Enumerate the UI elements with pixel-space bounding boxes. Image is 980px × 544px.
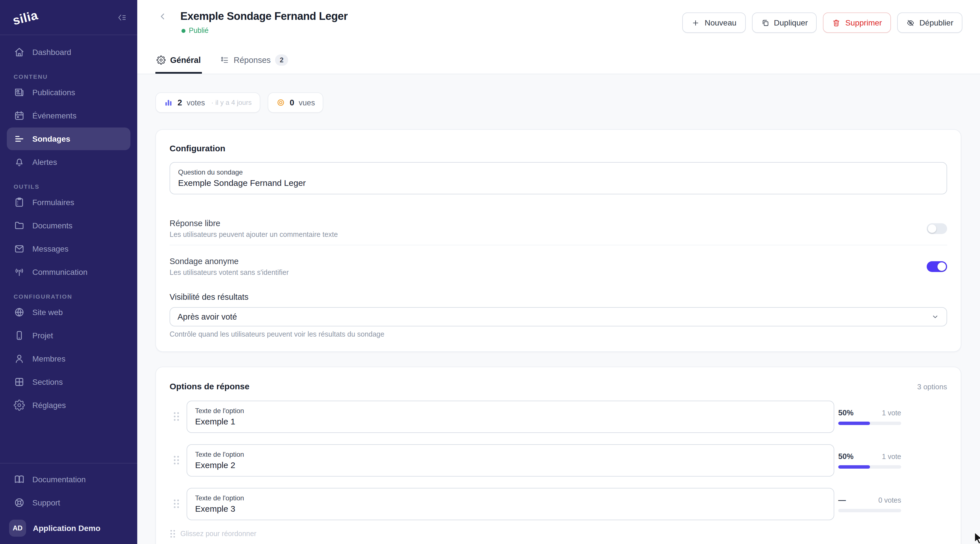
sidebar: silia Dashboard CONTENU Publications Évé…	[0, 0, 137, 544]
sidebar-item-dashboard[interactable]: Dashboard	[7, 41, 130, 63]
calendar-icon	[14, 110, 25, 121]
sidebar-item-label: Sections	[32, 377, 63, 387]
sidebar-item-label: Réglages	[32, 401, 66, 410]
book-open-icon	[14, 474, 25, 485]
question-input[interactable]: Question du sondage Exemple Sondage Fern…	[170, 162, 947, 194]
options-header: Options de réponse 3 options	[170, 382, 947, 391]
copy-icon	[761, 18, 769, 27]
sidebar-item-publications[interactable]: Publications	[7, 81, 130, 104]
option-row: Texte de l'option Exemple 3 — 0 votes	[170, 488, 947, 520]
sidebar-item-site-web[interactable]: Site web	[7, 301, 130, 324]
option-row: Texte de l'option Exemple 2 50% 1 vote	[170, 444, 947, 477]
sidebar-item-communication[interactable]: Communication	[7, 261, 130, 283]
unpublish-button[interactable]: Dépublier	[897, 13, 963, 33]
visibility-label: Visibilité des résultats	[170, 292, 947, 302]
sidebar-item-label: Messages	[32, 244, 68, 253]
main-content: 2 votes · il y a 4 jours 0 vues Configur…	[137, 74, 980, 544]
globe-icon	[14, 306, 25, 318]
sidebar-item-label: Membres	[32, 354, 65, 363]
sidebar-item-sondages[interactable]: Sondages	[7, 127, 130, 150]
sidebar-item-formulaires[interactable]: Formulaires	[7, 191, 130, 214]
votes-label: votes	[186, 98, 205, 107]
drag-handle-icon[interactable]	[170, 412, 183, 422]
option-input[interactable]: Texte de l'option Exemple 2	[186, 444, 834, 477]
visibility-helper: Contrôle quand les utilisateurs peuvent …	[170, 330, 947, 339]
sidebar-item-label: Site web	[32, 308, 63, 317]
options-title: Options de réponse	[170, 382, 250, 391]
mail-icon	[14, 243, 25, 254]
sidebar-item-support[interactable]: Support	[7, 491, 130, 514]
eye-off-icon	[906, 18, 915, 27]
sidebar-item-label: Communication	[32, 268, 88, 276]
sidebar-item-label: Support	[32, 498, 60, 507]
option-input[interactable]: Texte de l'option Exemple 3	[186, 488, 834, 520]
status-badge: Publié	[181, 27, 209, 35]
views-count: 0	[290, 98, 294, 107]
sidebar-collapse-icon[interactable]	[117, 12, 127, 22]
back-button[interactable]	[158, 12, 167, 21]
sidebar-section-contenu: CONTENU	[7, 68, 130, 81]
sidebar-item-label: Événements	[32, 111, 76, 120]
sidebar-item-documents[interactable]: Documents	[7, 214, 130, 237]
anonymous-poll-toggle[interactable]	[927, 261, 947, 272]
page-header: Exemple Sondage Fernand Leger Publié Nou…	[137, 0, 980, 74]
sidebar-item-evenements[interactable]: Événements	[7, 104, 130, 127]
user-menu[interactable]: AD Application Demo	[7, 518, 130, 538]
target-icon	[276, 98, 285, 107]
drag-handle-icon[interactable]	[170, 455, 183, 466]
sidebar-logo-row: silia	[0, 0, 137, 35]
tab-bar: Général Réponses 2	[155, 54, 289, 74]
device-icon	[14, 330, 25, 341]
gear-icon	[14, 400, 25, 411]
visibility-select[interactable]: Après avoir voté	[170, 307, 947, 327]
reorder-hint: Glissez pour réordonner	[170, 529, 947, 538]
views-chip: 0 vues	[267, 92, 323, 113]
bell-icon	[14, 156, 25, 168]
sidebar-item-messages[interactable]: Messages	[7, 238, 130, 260]
free-response-row: Réponse libre Les utilisateurs peuvent a…	[170, 218, 947, 239]
sidebar-item-label: Documents	[32, 221, 73, 230]
option-votes: 1 vote	[882, 453, 901, 461]
anonymous-poll-title: Sondage anonyme	[170, 256, 289, 266]
sidebar-section-outils: OUTILS	[7, 179, 130, 191]
views-label: vues	[299, 98, 315, 107]
poll-icon	[14, 133, 25, 144]
tab-reponses[interactable]: Réponses 2	[219, 54, 289, 74]
list-icon	[220, 56, 229, 65]
divider	[170, 245, 947, 245]
option-row: Texte de l'option Exemple 1 50% 1 vote	[170, 400, 947, 433]
newspaper-icon	[14, 87, 25, 98]
user-icon	[14, 353, 25, 364]
sidebar-item-label: Documentation	[32, 475, 86, 484]
sidebar-item-projet[interactable]: Projet	[7, 324, 130, 347]
option-percent: 50%	[838, 409, 854, 417]
clipboard-icon	[14, 197, 25, 208]
sidebar-item-label: Sondages	[32, 134, 70, 143]
options-count: 3 options	[917, 382, 947, 391]
sidebar-item-reglages[interactable]: Réglages	[7, 394, 130, 417]
anonymous-poll-description: Les utilisateurs votent sans s'identifie…	[170, 269, 289, 277]
new-button[interactable]: Nouveau	[682, 13, 746, 33]
sidebar-nav: Dashboard CONTENU Publications Événement…	[0, 35, 137, 417]
sidebar-item-membres[interactable]: Membres	[7, 347, 130, 370]
user-name: Application Demo	[33, 523, 100, 533]
tab-general[interactable]: Général	[155, 54, 202, 74]
sidebar-item-documentation[interactable]: Documentation	[7, 468, 130, 491]
option-percent: 50%	[838, 452, 854, 461]
duplicate-button[interactable]: Dupliquer	[752, 13, 817, 33]
free-response-toggle[interactable]	[927, 223, 947, 234]
option-progress-fill	[838, 465, 870, 469]
sidebar-item-sections[interactable]: Sections	[7, 371, 130, 393]
sidebar-item-alertes[interactable]: Alertes	[7, 151, 130, 173]
options-card: Options de réponse 3 options Texte de l'…	[155, 366, 961, 544]
option-stats: — 0 votes	[838, 496, 901, 512]
status-label: Publié	[189, 27, 209, 35]
sidebar-footer: Documentation Support AD Application Dem…	[0, 463, 137, 544]
trash-icon	[832, 18, 841, 27]
delete-button[interactable]: Supprimer	[823, 13, 891, 33]
option-input[interactable]: Texte de l'option Exemple 1	[186, 400, 834, 433]
question-input-label: Question du sondage	[178, 168, 939, 176]
grid-icon	[14, 376, 25, 388]
anonymous-poll-row: Sondage anonyme Les utilisateurs votent …	[170, 256, 947, 277]
drag-handle-icon[interactable]	[170, 499, 183, 509]
